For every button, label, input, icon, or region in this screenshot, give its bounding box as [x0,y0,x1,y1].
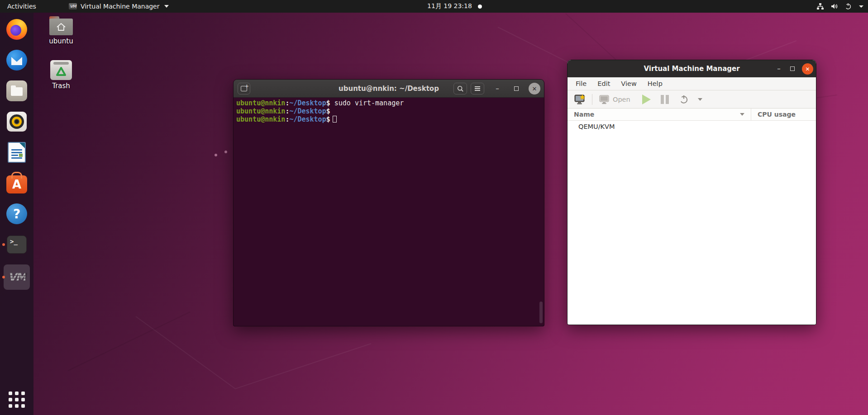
open-console-icon [599,94,610,104]
clock-button[interactable]: 11月 19 23:18 [427,0,472,13]
recycle-icon [55,66,67,77]
shutdown-menu-caret-icon [698,98,702,101]
terminal-headerbar[interactable]: ubuntu@nnkin: ~/Desktop + – ✕ [234,80,544,98]
vmm-menubar: File Edit View Help [568,77,816,90]
dock-item-libreoffice-writer[interactable] [4,141,30,163]
open-button-label: Open [613,96,630,103]
wallpaper-dot [215,154,217,156]
new-tab-button[interactable]: + [238,83,250,94]
terminal-scrollbar[interactable] [539,302,543,323]
prompt-path: ~/Desktop [289,115,326,123]
column-header-name[interactable]: Name [568,108,751,120]
app-menu-button[interactable]: VM Virtual Machine Manager [64,0,173,13]
home-icon [55,22,67,32]
menu-edit[interactable]: Edit [592,78,615,89]
menu-file[interactable]: File [570,78,592,89]
sort-descending-icon [740,113,744,116]
run-button[interactable] [639,92,653,107]
minimize-button[interactable]: – [491,83,503,94]
maximize-icon [790,66,795,71]
wallpaper-dot [224,151,227,153]
power-icon [844,3,852,10]
prompt-path: ~/Desktop [289,99,326,107]
desktop-icon-ubuntu[interactable]: ubuntu [44,16,78,45]
shutdown-menu-button[interactable] [695,92,705,107]
files-icon [6,80,27,101]
activities-button[interactable]: Activities [0,0,43,13]
running-indicator-dot [2,243,5,246]
desktop-icon-trash[interactable]: Trash [44,60,78,90]
caret-down-icon [164,5,169,8]
connection-name: QEMU/KVM [578,123,615,130]
column-header-cpu-usage[interactable]: CPU usage [751,111,796,118]
firefox-icon [6,19,27,40]
pause-icon [661,95,669,104]
prompt-symbol: $ [326,107,330,115]
vmm-close-button[interactable]: ✕ [802,63,813,75]
dock-item-virt-manager[interactable]: VM [4,264,30,290]
libreoffice-writer-icon [8,142,26,163]
terminal-window: ubuntu@nnkin: ~/Desktop + – ✕ ubuntu@nnk… [233,79,544,326]
system-tray-button[interactable] [816,0,863,13]
network-icon [816,3,824,10]
running-indicator-dot [2,276,5,278]
terminal-line: ubuntu@nnkin:~/Desktop$ sudo virt-manage… [236,99,541,107]
top-bar: Activities VM Virtual Machine Manager 11… [0,0,868,13]
home-folder-icon [49,16,73,35]
dock-item-files[interactable] [4,80,30,102]
vm-list-header: Name CPU usage [568,108,816,121]
prompt-symbol: $ [326,115,330,123]
recording-indicator-dot [478,5,482,9]
ubuntu-software-icon: A [6,175,27,193]
prompt-symbol: $ [326,99,330,107]
vmm-window: Virtual Machine Manager – ✕ File Edit Vi… [567,60,816,325]
shutdown-icon [679,94,689,104]
search-icon [457,85,464,92]
vmm-headerbar[interactable]: Virtual Machine Manager – ✕ [568,60,816,77]
terminal-line: ubuntu@nnkin:~/Desktop$ [236,107,541,115]
vmm-maximize-button[interactable] [787,63,798,75]
virt-manager-icon: VM [8,271,25,283]
desktop-icon-label: Trash [44,82,78,90]
show-applications-button[interactable] [4,389,30,410]
prompt-user: ubuntu@nnkin [236,99,285,107]
dock: A ? >_ VM [0,13,33,415]
maximize-button[interactable] [510,83,522,94]
search-button[interactable] [453,83,467,94]
dock-item-ubuntu-software[interactable]: A [4,172,30,194]
toolbar-separator [592,94,592,105]
vmm-toolbar: Open [568,90,816,108]
terminal-content[interactable]: ubuntu@nnkin:~/Desktop$ sudo virt-manage… [234,98,544,125]
hamburger-menu-icon [475,88,480,89]
dock-item-help[interactable]: ? [4,203,30,225]
close-button[interactable]: ✕ [529,83,540,94]
menu-help[interactable]: Help [642,78,668,89]
pause-button[interactable] [658,92,672,107]
caret-down-icon [859,5,863,8]
prompt-path: ~/Desktop [289,107,326,115]
new-vm-icon [574,94,586,105]
new-tab-icon: + [241,86,247,91]
help-icon: ? [6,203,27,224]
shutdown-button[interactable] [676,92,692,107]
vmm-minimize-button[interactable]: – [773,63,785,75]
show-applications-icon [9,391,25,408]
open-button[interactable]: Open [596,92,633,107]
hamburger-menu-button[interactable] [471,83,484,94]
vm-connection-row-qemu-kvm[interactable]: QEMU/KVM [568,121,816,132]
terminal-cursor [333,116,337,123]
rhythmbox-icon [7,112,27,132]
new-vm-button[interactable] [571,92,588,107]
terminal-icon: >_ [7,236,27,254]
vmm-app-icon: VM [69,3,77,9]
maximize-icon [514,86,519,91]
dock-item-thunderbird[interactable] [4,49,30,71]
menu-view[interactable]: View [615,78,642,89]
dock-item-rhythmbox[interactable] [4,111,30,132]
run-icon [642,94,651,104]
desktop-icon-label: ubuntu [44,37,78,45]
dock-item-firefox[interactable] [4,19,30,40]
desktop-root: Activities VM Virtual Machine Manager 11… [0,0,868,415]
dock-item-terminal[interactable]: >_ [4,234,30,255]
command-text: sudo virt-manager [330,99,404,107]
